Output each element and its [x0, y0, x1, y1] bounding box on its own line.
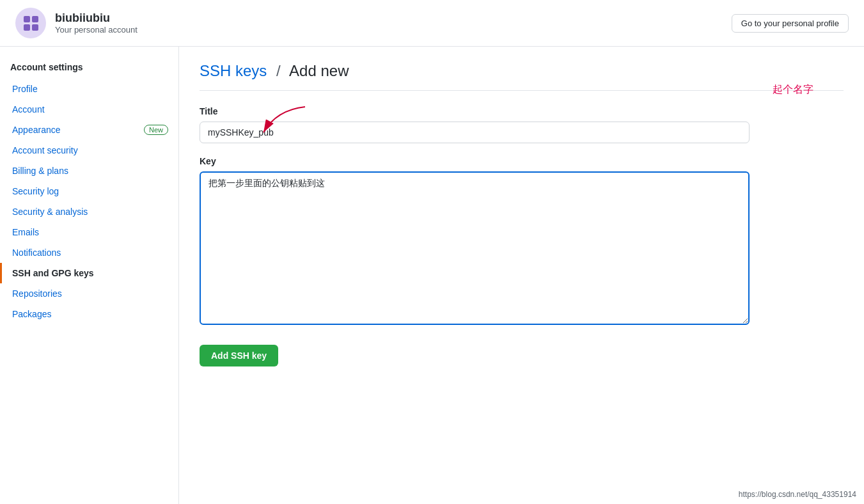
sidebar-item-emails[interactable]: Emails — [0, 222, 178, 242]
sidebar-item-label-repositories: Repositories — [12, 288, 62, 299]
page-title-link[interactable]: SSH keys — [200, 62, 267, 79]
page-title: SSH keys / Add new — [200, 62, 844, 91]
annotation-container: 起个名字 — [200, 122, 750, 143]
topbar-left: biubiiubiu Your personal account — [15, 8, 137, 38]
sidebar-item-profile[interactable]: Profile — [0, 79, 178, 99]
annotation-text: 起个名字 — [773, 83, 813, 97]
add-ssh-key-button[interactable]: Add SSH key — [200, 345, 278, 366]
sidebar-item-label-account-security: Account security — [12, 145, 78, 155]
sidebar-item-account[interactable]: Account — [0, 99, 178, 120]
sidebar-item-account-security[interactable]: Account security — [0, 140, 178, 161]
username: biubiiubiu — [55, 12, 137, 25]
badge-new: New — [144, 125, 168, 135]
sidebar-item-label-emails: Emails — [12, 227, 39, 237]
sidebar-item-label-profile: Profile — [12, 84, 38, 94]
sidebar-item-repositories[interactable]: Repositories — [0, 283, 178, 304]
avatar — [15, 8, 46, 38]
sidebar-item-label-security-log: Security log — [12, 186, 59, 196]
key-form-group: Key — [200, 156, 844, 327]
sidebar: Account settings Profile Account Appeara… — [0, 47, 179, 504]
page-title-rest: Add new — [289, 62, 349, 79]
sidebar-item-label-ssh-gpg: SSH and GPG keys — [12, 268, 94, 278]
topbar: biubiiubiu Your personal account Go to y… — [0, 0, 864, 47]
sidebar-item-billing[interactable]: Billing & plans — [0, 161, 178, 181]
sidebar-item-security-log[interactable]: Security log — [0, 181, 178, 201]
key-textarea[interactable] — [200, 171, 750, 325]
sidebar-item-label-packages: Packages — [12, 309, 51, 319]
sidebar-item-label-account: Account — [12, 104, 45, 114]
main-content: SSH keys / Add new Title 起个名字 — [179, 47, 864, 504]
user-subtitle: Your personal account — [55, 25, 137, 35]
title-input[interactable] — [200, 122, 750, 143]
sidebar-heading: Account settings — [0, 57, 178, 79]
goto-profile-button[interactable]: Go to your personal profile — [732, 14, 849, 33]
sidebar-item-appearance[interactable]: Appearance New — [0, 120, 178, 140]
sidebar-item-security-analysis[interactable]: Security & analysis — [0, 201, 178, 222]
title-form-group: Title 起个名字 — [200, 106, 844, 143]
sidebar-item-packages[interactable]: Packages — [0, 304, 178, 324]
sidebar-item-label-appearance: Appearance — [12, 125, 61, 135]
user-info: biubiiubiu Your personal account — [55, 12, 137, 35]
sidebar-item-ssh-gpg[interactable]: SSH and GPG keys — [0, 263, 178, 283]
key-label: Key — [200, 156, 844, 166]
sidebar-item-label-notifications: Notifications — [12, 248, 61, 258]
sidebar-item-label-security-analysis: Security & analysis — [12, 207, 88, 217]
footer-link: https://blog.csdn.net/qq_43351914 — [739, 490, 856, 499]
sidebar-item-notifications[interactable]: Notifications — [0, 242, 178, 263]
title-label: Title — [200, 106, 844, 116]
layout: Account settings Profile Account Appeara… — [0, 47, 864, 504]
sidebar-item-label-billing: Billing & plans — [12, 166, 68, 176]
page-title-sep: / — [276, 62, 281, 79]
